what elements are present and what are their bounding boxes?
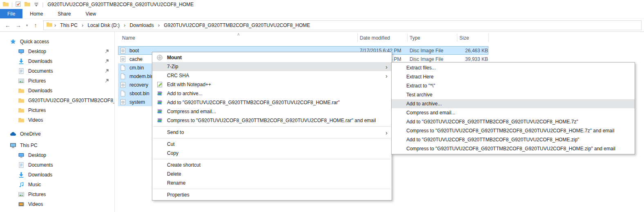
sidebar-item-label: G920TUVU2COF8_G920TTMB2COF8_G920T bbox=[28, 98, 115, 103]
document-icon bbox=[18, 68, 25, 74]
icon-gutter bbox=[396, 74, 402, 80]
sidebar-item-documents[interactable]: Documents bbox=[0, 66, 114, 76]
sidebar-item-pictures[interactable]: Pictures bbox=[0, 76, 114, 86]
menu-item-compress-to-g920tuvu2cof8-g920ttmb2cof8-g920tuvu2cof8-home-rar-and-email[interactable]: Compress to "G920TUVU2COF8_G920TTMB2COF8… bbox=[152, 116, 392, 125]
submenu-item-add-to-archive[interactable]: Add to archive... bbox=[392, 99, 635, 108]
sidebar-item-label: Music bbox=[28, 182, 41, 187]
menu-item-edit-with-notepad[interactable]: Edit with Notepad++ bbox=[152, 80, 392, 89]
music-icon bbox=[18, 181, 25, 188]
column-header-type[interactable]: Type bbox=[410, 35, 420, 41]
folder-icon[interactable] bbox=[24, 1, 31, 8]
submenu-item-add-to-g920tuvu2cof8-g920ttmb2cof8-g920tuvu2cof8-home-7z[interactable]: Add to "G920TUVU2COF8_G920TTMB2COF8_G920… bbox=[392, 117, 635, 126]
desktop-icon bbox=[18, 48, 25, 55]
sidebar-item-videos[interactable]: Videos bbox=[0, 115, 114, 125]
up-arrow-icon[interactable]: ↑ bbox=[30, 22, 41, 29]
winrar-icon bbox=[156, 99, 163, 106]
sidebar-item-label: Desktop bbox=[28, 49, 46, 54]
tab-view[interactable]: View bbox=[78, 9, 103, 18]
sidebar-item-this-pc[interactable]: This PC bbox=[0, 141, 114, 150]
sidebar-item-desktop[interactable]: Desktop bbox=[0, 150, 114, 160]
column-divider[interactable] bbox=[357, 33, 358, 42]
breadcrumb-segment[interactable]: Downloads bbox=[127, 22, 156, 28]
sidebar-item-downloads[interactable]: Downloads bbox=[0, 170, 114, 180]
column-divider[interactable] bbox=[488, 33, 489, 42]
breadcrumb-segment[interactable]: G920TUVU2COF8_G920TTMB2COF8_G920TUVU2COF… bbox=[161, 22, 312, 28]
picture-icon bbox=[18, 78, 25, 84]
qat-dropdown-icon[interactable] bbox=[33, 1, 40, 8]
sidebar-item-desktop[interactable]: Desktop bbox=[0, 47, 114, 56]
breadcrumb-segment[interactable]: This PC bbox=[58, 22, 80, 28]
column-header-size[interactable]: Size bbox=[459, 35, 469, 41]
submenu-item-label: Extract Here bbox=[406, 74, 434, 80]
submenu-item-extract-files[interactable]: Extract files... bbox=[392, 63, 635, 72]
breadcrumb-segment[interactable]: Local Disk (D:) bbox=[85, 22, 122, 28]
sidebar-item-documents[interactable]: Documents bbox=[0, 160, 114, 170]
sidebar-item-g920tuvu2cof8-g920ttmb2cof8-g920t[interactable]: G920TUVU2COF8_G920TTMB2COF8_G920T bbox=[0, 96, 114, 105]
sidebar-item-music[interactable]: Music bbox=[0, 180, 114, 190]
sidebar-item-pictures[interactable]: Pictures bbox=[0, 190, 114, 199]
submenu-item-compress-and-email[interactable]: Compress and email... bbox=[392, 108, 635, 117]
menu-item-mount[interactable]: Mount bbox=[152, 53, 392, 62]
column-divider[interactable] bbox=[407, 33, 408, 42]
icon-gutter bbox=[396, 136, 402, 143]
menu-item-delete[interactable]: Delete bbox=[152, 170, 392, 179]
icon-gutter bbox=[396, 127, 402, 134]
menu-item-add-to-archive[interactable]: Add to archive... bbox=[152, 89, 392, 98]
submenu-item-add-to-g920tuvu2cof8-g920ttmb2cof8-g920tuvu2cof8-home-zip[interactable]: Add to "G920TUVU2COF8_G920TTMB2COF8_G920… bbox=[392, 135, 635, 144]
menu-item-add-to-g920tuvu2cof8-g920ttmb2cof8-g920tuvu2cof8-home-rar[interactable]: Add to "G920TUVU2COF8_G920TTMB2COF8_G920… bbox=[152, 98, 392, 107]
download-arrow-icon bbox=[18, 172, 25, 178]
menu-item-rename[interactable]: Rename bbox=[152, 179, 392, 187]
explorer-folder-icon bbox=[2, 1, 9, 9]
tab-home[interactable]: Home bbox=[22, 9, 50, 18]
submenu-item-extract-here[interactable]: Extract Here bbox=[392, 72, 635, 81]
menu-item-compress-and-email[interactable]: Compress and email... bbox=[152, 107, 392, 116]
sidebar-item-quick-access[interactable]: Quick access bbox=[0, 37, 114, 47]
menu-item-properties[interactable]: Properties bbox=[152, 190, 392, 199]
menu-item-cut[interactable]: Cut bbox=[152, 140, 392, 149]
icon-gutter bbox=[156, 141, 163, 147]
breadcrumb-chevron-icon: › bbox=[157, 22, 160, 28]
column-header-name[interactable]: Name bbox=[122, 35, 135, 41]
menu-item-label: Compress and email... bbox=[167, 109, 216, 114]
file-name: modem.bin bbox=[129, 74, 154, 79]
menu-item-send-to[interactable]: Send to› bbox=[152, 128, 392, 137]
icon-gutter bbox=[396, 83, 402, 89]
back-arrow-icon[interactable]: ← bbox=[2, 22, 13, 29]
sidebar-item-onedrive[interactable]: OneDrive bbox=[0, 129, 114, 139]
icon-gutter bbox=[156, 171, 163, 177]
submenu-item-label: Add to "G920TUVU2COF8_G920TTMB2COF8_G920… bbox=[406, 137, 579, 143]
sidebar-item-downloads[interactable]: Downloads bbox=[0, 56, 114, 66]
sidebar-item-videos[interactable]: Videos bbox=[0, 199, 114, 209]
winrar-icon bbox=[156, 117, 163, 124]
submenu-item-compress-to-g920tuvu2cof8-g920ttmb2cof8-g920tuvu2cof8-home-7z-and-email[interactable]: Compress to "G920TUVU2COF8_G920TTMB2COF8… bbox=[392, 126, 635, 135]
tab-file[interactable]: File bbox=[0, 9, 22, 18]
menu-item-label: Delete bbox=[167, 171, 181, 177]
onedrive-cloud-icon bbox=[10, 131, 16, 137]
file-size: 26,463 KB bbox=[455, 48, 488, 54]
recent-locations-caret-icon[interactable]: ▾ bbox=[24, 23, 30, 27]
sidebar-item-pictures[interactable]: Pictures bbox=[0, 105, 114, 115]
disc-file-icon bbox=[120, 99, 126, 105]
menu-item-create-shortcut[interactable]: Create shortcut bbox=[152, 161, 392, 170]
submenu-item-label: Add to "G920TUVU2COF8_G920TTMB2COF8_G920… bbox=[406, 119, 578, 125]
menu-item-copy[interactable]: Copy bbox=[152, 149, 392, 158]
checkbox-icon[interactable] bbox=[15, 1, 22, 8]
folder-icon bbox=[18, 87, 25, 94]
submenu-item-compress-to-g920tuvu2cof8-g920ttmb2cof8-g920tuvu2cof8-home-zip-and-email[interactable]: Compress to "G920TUVU2COF8_G920TTMB2COF8… bbox=[392, 144, 635, 153]
sidebar-item-label: Downloads bbox=[28, 58, 52, 64]
icon-gutter bbox=[396, 109, 402, 116]
menu-separator bbox=[153, 189, 391, 189]
download-arrow-icon bbox=[18, 58, 25, 65]
menu-item-7-zip[interactable]: 7-Zip› bbox=[152, 62, 392, 71]
sidebar-item-downloads[interactable]: Downloads bbox=[0, 86, 114, 96]
breadcrumb[interactable]: ›This PC›Local Disk (D:)›Downloads›G920T… bbox=[43, 20, 642, 30]
submenu-item-extract-to[interactable]: Extract to "*\" bbox=[392, 81, 635, 90]
menu-item-crc-sha[interactable]: CRC SHA› bbox=[152, 71, 392, 80]
column-divider[interactable] bbox=[457, 33, 457, 42]
forward-arrow-icon[interactable]: → bbox=[13, 22, 24, 29]
tab-share[interactable]: Share bbox=[50, 9, 78, 18]
explorer-folder-icon bbox=[2, 1, 9, 8]
file-name: cm.bin bbox=[129, 65, 144, 71]
submenu-item-test-archive[interactable]: Test archive bbox=[392, 90, 635, 99]
column-header-date-modified[interactable]: Date modified bbox=[360, 35, 390, 41]
